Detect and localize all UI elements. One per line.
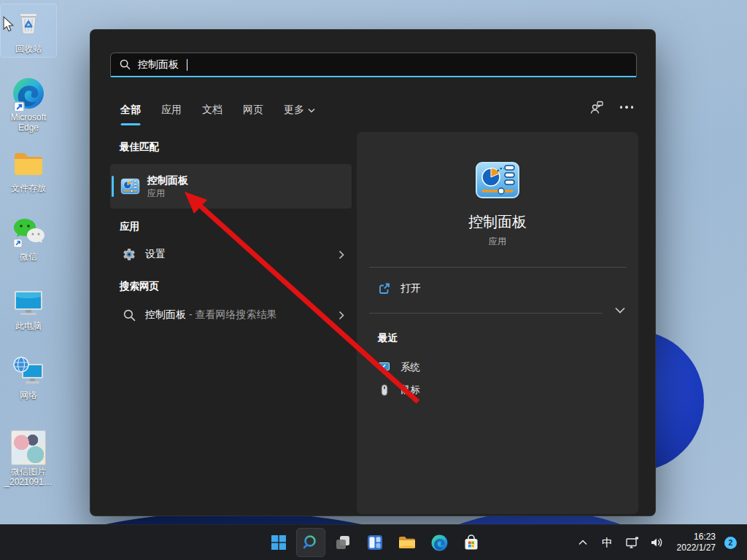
notification-badge[interactable]: 2 (724, 537, 737, 549)
open-external-icon (378, 282, 391, 295)
microsoft-store-button[interactable] (457, 528, 486, 557)
system-icon (378, 361, 391, 374)
preview-title: 控制面板 (357, 212, 638, 232)
folder-icon (11, 147, 46, 182)
network-icon (11, 354, 46, 389)
tab-documents[interactable]: 文档 (201, 99, 224, 121)
desktop-icon-this-pc[interactable]: 此电脑 (1, 281, 56, 334)
settings-gear-icon (122, 247, 136, 262)
image-thumbnail (11, 430, 46, 465)
network-tray-icon[interactable] (623, 532, 642, 553)
result-web-search[interactable]: 控制面板 - 查看网络搜索结果 (110, 300, 352, 330)
widgets-button[interactable] (360, 528, 390, 557)
feedback-account-icon[interactable] (589, 100, 604, 114)
text-caret (187, 59, 187, 71)
recent-item-label: 系统 (400, 361, 420, 374)
desktop-icon-label: Microsoft Edge (1, 112, 55, 133)
control-panel-icon-large (474, 157, 521, 203)
desktop-icon-label: 此电脑 (15, 321, 42, 331)
preview-panel: 控制面板 应用 打开 最近 (357, 132, 638, 514)
more-options-icon[interactable] (620, 106, 634, 109)
recent-item-mouse[interactable]: 鼠标 (378, 379, 420, 401)
chevron-down-icon (308, 108, 315, 113)
web-section-header: 搜索网页 (120, 280, 159, 293)
task-view-button[interactable] (328, 528, 357, 557)
desktop-icon-files-folder[interactable]: 文件存放 (1, 144, 56, 196)
search-query-text: 控制面板 (138, 58, 179, 71)
desktop-icon-label-line2: _2021091… (4, 477, 52, 487)
desktop-icon-label: 微信图片 (11, 467, 46, 477)
search-input[interactable]: 控制面板 (110, 52, 637, 77)
settings-label: 设置 (145, 248, 166, 261)
open-label: 打开 (400, 282, 421, 295)
show-hidden-icons-chevron[interactable] (573, 532, 592, 553)
apps-section-header: 应用 (120, 220, 139, 233)
taskbar: 中 16:23 2022/1/27 2 (0, 524, 747, 560)
volume-tray-icon[interactable] (648, 532, 667, 553)
selection-accent-bar (112, 176, 114, 197)
web-result-title: 控制面板 (145, 308, 186, 320)
search-tabs: 全部 应用 文档 网页 更多 (119, 94, 635, 126)
best-match-result-control-panel[interactable]: 控制面板 应用 (110, 164, 352, 209)
recent-header: 最近 (378, 332, 398, 345)
desktop-icon-network[interactable]: 网络 (1, 351, 56, 403)
time: 16:23 (677, 532, 716, 542)
desktop-icon-label: 文件存放 (11, 183, 46, 193)
desktop-icon-edge[interactable]: Microsoft Edge (1, 73, 56, 136)
windows-desktop: 回收站 Microsoft Edge (0, 0, 747, 560)
search-taskbar-button[interactable] (296, 528, 325, 557)
clock[interactable]: 16:23 2022/1/27 (677, 532, 716, 553)
recycle-bin-icon (11, 7, 46, 42)
open-action[interactable]: 打开 (378, 276, 421, 301)
start-button[interactable] (264, 528, 293, 557)
date: 2022/1/27 (677, 542, 716, 553)
web-result-suffix: - 查看网络搜索结果 (186, 308, 276, 320)
desktop-icon-wechat-image[interactable]: 微信图片 _2021091… (1, 427, 56, 490)
chevron-right-icon (338, 250, 344, 260)
edge-icon (11, 76, 46, 111)
best-match-subtitle: 应用 (147, 187, 188, 199)
chevron-right-icon (338, 311, 344, 320)
search-icon (122, 309, 136, 322)
divider (369, 267, 626, 268)
file-explorer-button[interactable] (392, 528, 422, 557)
monitor-icon (11, 284, 46, 319)
tab-apps[interactable]: 应用 (160, 99, 183, 121)
mouse-icon (378, 384, 391, 397)
best-match-title: 控制面板 (147, 174, 188, 187)
ime-indicator[interactable]: 中 (598, 532, 617, 553)
desktop-icon-label: 微信 (20, 252, 37, 262)
search-icon (120, 59, 131, 70)
best-match-header: 最佳匹配 (120, 141, 159, 154)
desktop-icon-wechat[interactable]: 微信 (1, 212, 56, 265)
result-settings[interactable]: 设置 (110, 240, 352, 269)
recent-item-label: 鼠标 (400, 384, 420, 397)
edge-taskbar-button[interactable] (425, 528, 454, 557)
chevron-down-icon[interactable] (615, 307, 625, 314)
tab-more[interactable]: 更多 (282, 99, 317, 121)
desktop-icon-label: 回收站 (15, 44, 42, 54)
search-flyout-window: 控制面板 全部 应用 文档 网页 更多 (90, 29, 656, 516)
tab-all[interactable]: 全部 (119, 99, 142, 121)
control-panel-icon (120, 176, 140, 196)
tab-web[interactable]: 网页 (241, 99, 265, 121)
recent-item-system[interactable]: 系统 (378, 357, 420, 378)
desktop-icon-label: 网络 (20, 390, 37, 400)
divider (369, 313, 603, 314)
wechat-icon (11, 215, 46, 250)
mouse-cursor (1, 16, 16, 32)
preview-subtitle: 应用 (357, 236, 638, 248)
